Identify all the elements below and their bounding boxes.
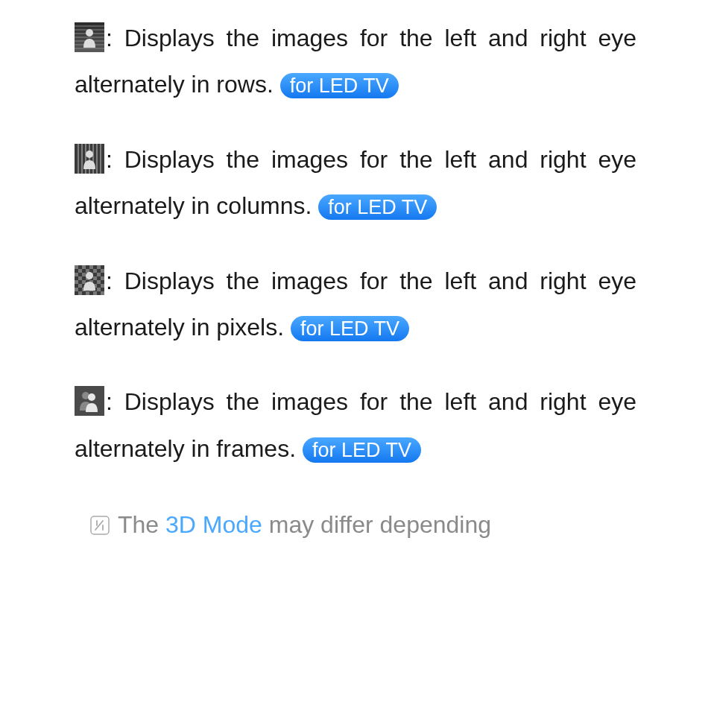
svg-rect-50 xyxy=(101,291,104,295)
svg-point-8 xyxy=(86,29,93,37)
svg-rect-21 xyxy=(89,265,93,269)
svg-rect-30 xyxy=(97,273,101,276)
note-pre: The xyxy=(118,511,165,538)
svg-point-54 xyxy=(88,393,95,401)
svg-rect-42 xyxy=(101,284,104,288)
svg-point-51 xyxy=(86,272,93,279)
led-tv-badge: for LED TV xyxy=(291,316,409,341)
mode-entry-frames: : Displays the images for the left and r… xyxy=(75,379,636,472)
mode-entry-rows: : Displays the images for the left and r… xyxy=(75,15,636,108)
svg-rect-23 xyxy=(78,269,82,273)
frames-mode-icon xyxy=(75,384,104,414)
svg-rect-48 xyxy=(86,291,89,295)
svg-rect-39 xyxy=(78,284,82,288)
svg-rect-43 xyxy=(75,288,78,291)
svg-rect-26 xyxy=(101,269,104,273)
svg-point-17 xyxy=(86,151,93,158)
svg-rect-38 xyxy=(97,280,101,284)
svg-rect-19 xyxy=(75,265,78,269)
pixels-mode-icon xyxy=(75,264,104,294)
led-tv-badge: for LED TV xyxy=(303,437,421,463)
svg-rect-28 xyxy=(82,273,86,276)
note-icon xyxy=(89,504,110,525)
svg-rect-22 xyxy=(97,265,101,269)
svg-rect-20 xyxy=(82,265,86,269)
mode-entry-pixels: : Displays the images for the left and r… xyxy=(75,258,636,351)
note-post: may differ depending xyxy=(262,511,491,538)
mode-entry-columns: : Displays the images for the left and r… xyxy=(75,136,636,230)
note-line: The 3D Mode may differ depending xyxy=(75,501,636,548)
columns-mode-icon xyxy=(75,142,104,172)
svg-rect-34 xyxy=(101,276,104,280)
rows-mode-icon xyxy=(75,21,104,51)
note-term: 3D Mode xyxy=(165,511,262,538)
svg-rect-27 xyxy=(75,273,78,276)
svg-rect-46 xyxy=(97,288,101,291)
svg-rect-36 xyxy=(82,280,86,284)
led-tv-badge: for LED TV xyxy=(318,194,437,220)
svg-rect-33 xyxy=(93,276,97,280)
svg-rect-25 xyxy=(93,269,97,273)
led-tv-badge: for LED TV xyxy=(280,73,399,98)
svg-rect-49 xyxy=(93,291,97,295)
svg-rect-31 xyxy=(78,276,82,280)
svg-rect-47 xyxy=(78,291,82,295)
svg-rect-35 xyxy=(75,280,78,284)
